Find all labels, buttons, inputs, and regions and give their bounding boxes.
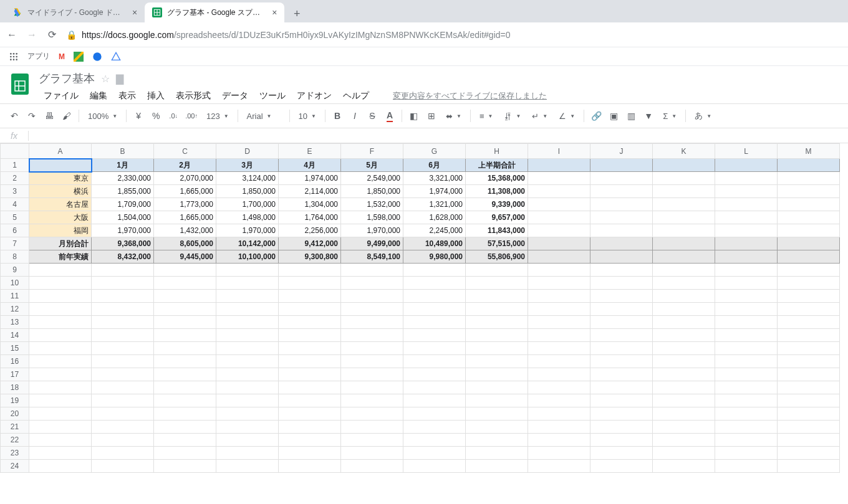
data-cell[interactable]: 11,308,000: [466, 185, 528, 198]
data-cell[interactable]: 8,432,000: [92, 250, 154, 264]
cell[interactable]: [715, 264, 778, 277]
row-header[interactable]: 9: [1, 264, 29, 277]
cell[interactable]: [341, 381, 403, 394]
header-cell[interactable]: 6月: [403, 159, 466, 172]
cell[interactable]: [653, 355, 715, 368]
cell[interactable]: [590, 211, 653, 224]
reload-button[interactable]: ⟳: [46, 29, 57, 40]
data-cell[interactable]: 2,256,000: [279, 224, 341, 237]
cell[interactable]: [528, 264, 590, 277]
cell[interactable]: [590, 185, 653, 198]
decimal-decrease-button[interactable]: .0↓: [165, 108, 181, 124]
cell[interactable]: [590, 460, 653, 473]
menu-edit[interactable]: 編集: [85, 88, 112, 103]
cell[interactable]: [403, 277, 466, 290]
column-header[interactable]: I: [528, 144, 590, 159]
cell[interactable]: [29, 407, 92, 421]
cell[interactable]: [154, 290, 216, 303]
browser-tab[interactable]: マイドライブ - Google ドライブ ×: [5, 2, 145, 22]
cell[interactable]: [778, 342, 840, 355]
column-header[interactable]: H: [466, 144, 528, 159]
cell[interactable]: [29, 421, 92, 434]
cell[interactable]: [341, 342, 403, 355]
cell[interactable]: [29, 447, 92, 460]
row-header[interactable]: 17: [1, 368, 29, 381]
cell[interactable]: [341, 421, 403, 434]
cell[interactable]: [590, 159, 653, 172]
row-header[interactable]: 10: [1, 277, 29, 290]
header-cell[interactable]: 4月: [279, 159, 341, 172]
doc-title[interactable]: グラフ基本: [39, 71, 95, 86]
row-label-cell[interactable]: 前年実績: [29, 250, 92, 264]
cell[interactable]: [341, 290, 403, 303]
data-cell[interactable]: 1,504,000: [92, 211, 154, 224]
cell[interactable]: [590, 434, 653, 447]
header-cell[interactable]: 5月: [341, 159, 403, 172]
column-header[interactable]: C: [154, 144, 216, 159]
cell[interactable]: [341, 394, 403, 407]
cell[interactable]: [778, 264, 840, 277]
data-cell[interactable]: 2,114,000: [279, 185, 341, 198]
cell[interactable]: [590, 421, 653, 434]
menu-help[interactable]: ヘルプ: [338, 88, 374, 103]
row-header[interactable]: 11: [1, 290, 29, 303]
font-size-select[interactable]: 10▼: [294, 112, 321, 121]
row-header[interactable]: 19: [1, 394, 29, 407]
cell[interactable]: [528, 421, 590, 434]
cell[interactable]: [590, 303, 653, 316]
cell[interactable]: [154, 368, 216, 381]
cell[interactable]: [29, 329, 92, 342]
data-cell[interactable]: 1,665,000: [154, 185, 216, 198]
close-icon[interactable]: ×: [272, 7, 277, 17]
cell[interactable]: [653, 277, 715, 290]
cell[interactable]: [528, 368, 590, 381]
merge-button[interactable]: ⬌▼: [441, 112, 466, 121]
cell[interactable]: [341, 434, 403, 447]
cell[interactable]: [778, 394, 840, 407]
data-cell[interactable]: 2,070,000: [154, 172, 216, 185]
cell[interactable]: [778, 421, 840, 434]
cell[interactable]: [466, 381, 528, 394]
cell[interactable]: [29, 434, 92, 447]
column-header[interactable]: L: [715, 144, 778, 159]
data-cell[interactable]: 3,124,000: [216, 172, 279, 185]
cell[interactable]: [528, 355, 590, 368]
data-cell[interactable]: 1,432,000: [154, 224, 216, 237]
cell[interactable]: [466, 460, 528, 473]
comment-button[interactable]: ▣: [605, 108, 622, 124]
data-cell[interactable]: 1,850,000: [216, 185, 279, 198]
cell[interactable]: [92, 381, 154, 394]
cell[interactable]: [528, 237, 590, 250]
cell[interactable]: [92, 434, 154, 447]
cell[interactable]: [653, 421, 715, 434]
row-label-cell[interactable]: 大阪: [29, 211, 92, 224]
data-cell[interactable]: 2,245,000: [403, 224, 466, 237]
cell[interactable]: [528, 290, 590, 303]
cell[interactable]: [216, 329, 279, 342]
cell[interactable]: [403, 329, 466, 342]
cell[interactable]: [29, 394, 92, 407]
cell[interactable]: [715, 250, 778, 264]
cell[interactable]: [653, 185, 715, 198]
cell[interactable]: [216, 355, 279, 368]
data-cell[interactable]: 57,515,000: [466, 237, 528, 250]
cell[interactable]: [279, 381, 341, 394]
cell[interactable]: [279, 316, 341, 329]
cell[interactable]: [341, 316, 403, 329]
row-label-cell[interactable]: 月別合計: [29, 237, 92, 250]
cell[interactable]: [528, 172, 590, 185]
row-header[interactable]: 8: [1, 250, 29, 264]
cell[interactable]: [778, 211, 840, 224]
cell[interactable]: [590, 329, 653, 342]
folder-icon[interactable]: ▇: [116, 73, 123, 85]
apps-label[interactable]: アプリ: [27, 51, 50, 62]
cell[interactable]: [653, 316, 715, 329]
spreadsheet-grid[interactable]: ABCDEFGHIJKLM 11月2月3月4月5月6月上半期合計2東京2,330…: [0, 143, 840, 473]
cell[interactable]: [403, 290, 466, 303]
data-cell[interactable]: 1,700,000: [216, 198, 279, 211]
zoom-select[interactable]: 100%▼: [83, 112, 122, 121]
star-icon[interactable]: ☆: [101, 73, 110, 85]
cell[interactable]: [590, 224, 653, 237]
cell[interactable]: [216, 394, 279, 407]
data-cell[interactable]: 9,412,000: [279, 237, 341, 250]
